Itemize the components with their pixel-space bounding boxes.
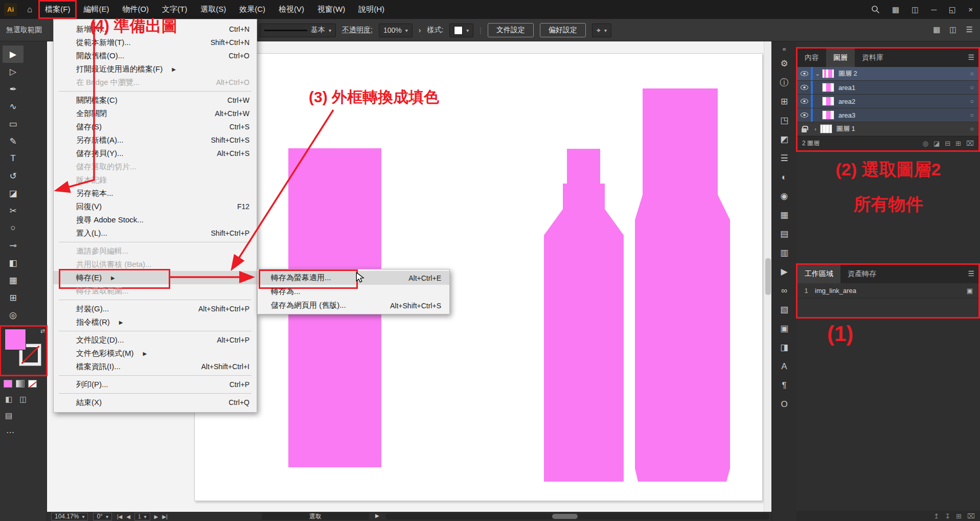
file-menu-item[interactable]: 置入(L)... Shift+Ctrl+P xyxy=(54,226,257,240)
new-artboard-icon[interactable]: ⊞ xyxy=(956,512,962,520)
color-mode-button[interactable] xyxy=(4,380,12,388)
layer-row-layer1[interactable]: › 圖層 1 ○ xyxy=(797,122,978,136)
new-sublayer-icon[interactable]: ⊟ xyxy=(945,140,950,147)
home-icon[interactable]: ⌂ xyxy=(21,5,38,15)
rotation-select[interactable]: 0° ▾ xyxy=(93,513,112,520)
panel-toggle-icon[interactable]: ◫ xyxy=(911,5,919,14)
opacity-label[interactable]: 不透明度: xyxy=(342,26,373,35)
lock-toggle[interactable] xyxy=(797,126,811,132)
transform-panel-icon[interactable]: ⊞ xyxy=(772,92,796,111)
locate-object-icon[interactable]: ◎ xyxy=(923,140,928,147)
layer-row-area2[interactable]: area2 ○ xyxy=(797,95,978,108)
pen-tool[interactable]: ✒ xyxy=(3,80,24,98)
file-menu-item[interactable] xyxy=(59,393,252,394)
vertical-scrollbar-thumb[interactable] xyxy=(765,258,771,295)
tab-properties[interactable]: 內容 xyxy=(797,49,826,67)
file-menu-item[interactable]: 結束(X) Ctrl+Q xyxy=(54,396,257,409)
gradient-mode-button[interactable] xyxy=(16,380,25,388)
file-menu-item[interactable]: 轉存(E) ▶ xyxy=(54,271,257,284)
edit-toolbar-icon[interactable]: ⋯ xyxy=(0,420,47,437)
horizontal-scrollbar-thumb[interactable] xyxy=(552,514,578,519)
zoom-select[interactable]: 104.17% ▾ xyxy=(51,513,88,520)
file-menu-item[interactable]: 版本記錄 xyxy=(54,173,257,187)
direct-selection-tool[interactable]: ▷ xyxy=(3,63,24,80)
search-icon[interactable] xyxy=(871,5,880,14)
artboard-number-select[interactable]: 1 ▾ xyxy=(134,513,150,520)
file-menu-item[interactable]: 在 Bridge 中瀏覽... Alt+Ctrl+O xyxy=(54,76,257,89)
minimize-button[interactable]: ─ xyxy=(931,5,937,14)
grid-view-icon[interactable]: ▦ xyxy=(933,25,940,34)
file-menu-item[interactable]: 儲存拷貝(Y)... Alt+Ctrl+S xyxy=(54,147,257,160)
menu-view[interactable]: 檢視(V) xyxy=(272,0,311,19)
horizontal-scrollbar[interactable] xyxy=(385,513,769,519)
rectangle-tool[interactable]: ▭ xyxy=(3,115,24,132)
file-menu-item[interactable]: 列印(P)... Ctrl+P xyxy=(54,378,257,391)
pink-bottle-shape-middle[interactable] xyxy=(544,149,624,482)
menu-select[interactable]: 選取(S) xyxy=(194,0,233,19)
ellipse-tool[interactable]: ○ xyxy=(3,219,24,237)
visibility-toggle[interactable] xyxy=(797,99,811,104)
fill-color-swatch[interactable] xyxy=(5,329,26,350)
asset-export-panel-icon[interactable]: ▧ xyxy=(772,300,796,319)
file-menu-item[interactable]: 文件色彩模式(M) ▶ xyxy=(54,347,257,360)
menu-file[interactable]: 檔案(F) xyxy=(38,0,77,19)
tab-libraries[interactable]: 資料庫 xyxy=(855,49,891,67)
menu-effect[interactable]: 效果(C) xyxy=(233,0,272,19)
layer-name[interactable]: 圖層 2 xyxy=(838,69,965,78)
document-setup-button[interactable]: 文件設定 xyxy=(488,23,534,37)
file-menu-item[interactable] xyxy=(59,300,252,300)
tab-artboards[interactable]: 工作區域 xyxy=(797,265,840,283)
artboard-row-name[interactable]: img_link_area xyxy=(815,287,961,295)
file-menu-item[interactable]: 關閉檔案(C) Ctrl+W xyxy=(54,94,257,107)
file-menu-item[interactable]: 儲存選取的切片... xyxy=(54,160,257,173)
color-panel-icon[interactable]: ◨ xyxy=(772,338,796,357)
next-artboard-button[interactable]: ▶ xyxy=(154,514,158,519)
layer-row-area3[interactable]: area3 ○ xyxy=(797,108,978,122)
prev-artboard-button[interactable]: ◀ xyxy=(126,514,130,519)
restore-button[interactable]: ◱ xyxy=(949,5,956,14)
artboard-tool[interactable]: ⊞ xyxy=(3,289,24,306)
file-menu-item[interactable]: 文件設定(D)... Alt+Ctrl+P xyxy=(54,333,257,347)
mesh-tool[interactable]: ▦ xyxy=(3,271,24,289)
visibility-toggle[interactable] xyxy=(797,112,811,118)
selection-tool[interactable]: ▶ xyxy=(3,46,24,63)
character-panel-icon[interactable]: A xyxy=(772,357,796,376)
zoom-tool[interactable]: ◎ xyxy=(3,306,24,324)
pencil-tool[interactable]: ✎ xyxy=(3,132,24,150)
info-panel-icon[interactable]: ⓘ xyxy=(772,73,796,92)
align-panel-icon[interactable]: ◳ xyxy=(772,111,796,130)
properties-panel-icon[interactable]: ⚙ xyxy=(772,54,796,73)
file-menu-item[interactable]: 從範本新增(T)... Shift+Ctrl+N xyxy=(54,36,257,49)
file-menu-item[interactable]: 共用以供審核 (Beta)... xyxy=(54,258,257,271)
brushes-panel-icon[interactable]: ▤ xyxy=(772,224,796,243)
file-menu-item[interactable]: 另存範本... xyxy=(54,187,257,200)
swap-fill-stroke-icon[interactable]: ⇄ xyxy=(40,328,45,334)
delete-layer-icon[interactable]: ⌧ xyxy=(966,140,974,147)
opacity-select[interactable]: 100% ▾ xyxy=(379,24,413,37)
object-name[interactable]: area3 xyxy=(838,111,965,119)
stroke-style-select[interactable]: 基本 ▾ xyxy=(260,24,336,37)
file-menu-item[interactable]: 封裝(G)... Alt+Shift+Ctrl+P xyxy=(54,302,257,315)
file-menu-item[interactable]: 另存新檔(A)... Shift+Ctrl+S xyxy=(54,133,257,147)
none-mode-button[interactable] xyxy=(28,380,37,388)
more-options-icon[interactable]: › xyxy=(419,26,421,34)
file-menu-item[interactable]: 指令檔(R) ▶ xyxy=(54,315,257,329)
pink-bottle-shape-right[interactable] xyxy=(635,88,730,482)
delete-artboard-icon[interactable]: ⌧ xyxy=(967,512,975,520)
gradient-tool[interactable]: ◧ xyxy=(3,254,24,271)
style-swatch-select[interactable]: ▾ xyxy=(449,24,473,37)
clipping-mask-icon[interactable]: ◪ xyxy=(933,140,940,147)
target-circle[interactable]: ○ xyxy=(965,98,978,105)
curvature-tool[interactable]: ∿ xyxy=(3,98,24,115)
file-menu-item[interactable]: 搜尋 Adobe Stock... xyxy=(54,213,257,226)
eyedropper-tool[interactable]: ⊸ xyxy=(3,237,24,254)
artboard-row[interactable]: 1 img_link_area ▣ xyxy=(797,283,978,299)
file-menu-item[interactable]: 儲存(S) Ctrl+S xyxy=(54,120,257,133)
file-menu-item[interactable] xyxy=(59,242,252,242)
file-menu-item[interactable]: 打開最近使用過的檔案(F) ▶ xyxy=(54,62,257,76)
pathfinder-panel-icon[interactable]: ◩ xyxy=(772,130,796,149)
file-menu-item[interactable] xyxy=(59,375,252,376)
vertical-scrollbar[interactable] xyxy=(764,41,771,512)
target-circle[interactable]: ○ xyxy=(965,84,978,91)
file-menu-item[interactable]: 全部關閉 Alt+Ctrl+W xyxy=(54,107,257,120)
